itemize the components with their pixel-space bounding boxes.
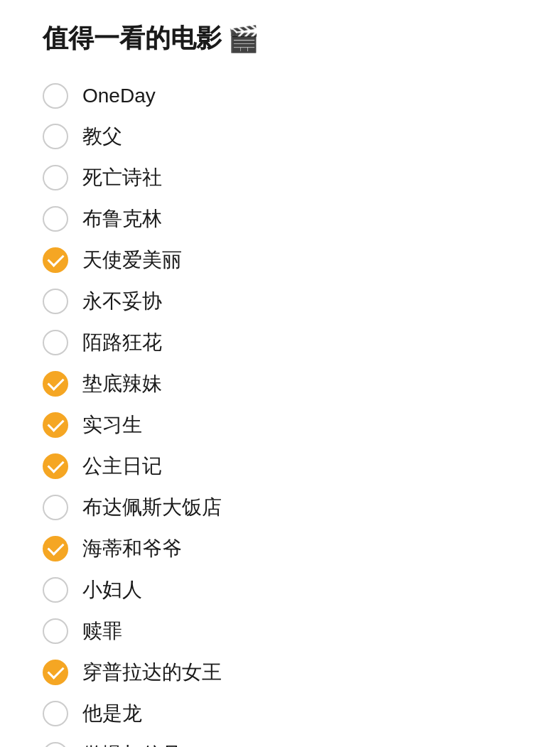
list-item[interactable]: 永不妥协 bbox=[43, 281, 517, 322]
list-item[interactable]: 死亡诗社 bbox=[43, 157, 517, 198]
movie-label: 永不妥协 bbox=[82, 288, 162, 315]
title-emoji: 🎬 bbox=[227, 24, 259, 54]
list-item[interactable]: 穿普拉达的女王 bbox=[43, 652, 517, 693]
checkbox-17[interactable] bbox=[43, 742, 68, 747]
list-item[interactable]: 天使爱美丽 bbox=[43, 240, 517, 281]
list-item[interactable]: 赎罪 bbox=[43, 611, 517, 652]
list-item[interactable]: 布达佩斯大饭店 bbox=[43, 487, 517, 528]
movie-label: 赎罪 bbox=[82, 618, 122, 645]
checkbox-2[interactable] bbox=[43, 124, 68, 149]
movie-label: 小妇人 bbox=[82, 576, 142, 603]
checkbox-11[interactable] bbox=[43, 495, 68, 520]
movie-label: 公主日记 bbox=[82, 453, 162, 480]
checkbox-5[interactable] bbox=[43, 247, 68, 273]
movie-label: OneDay bbox=[82, 85, 156, 107]
checkbox-16[interactable] bbox=[43, 701, 68, 726]
movie-label: 布鲁克林 bbox=[82, 205, 162, 232]
movie-label: 傲慢与偏见 bbox=[82, 741, 182, 747]
list-item[interactable]: 垫底辣妹 bbox=[43, 363, 517, 404]
checkbox-6[interactable] bbox=[43, 289, 68, 314]
movie-list: OneDay教父死亡诗社布鲁克林天使爱美丽永不妥协陌路狂花垫底辣妹实习生公主日记… bbox=[43, 76, 517, 747]
list-item[interactable]: 教父 bbox=[43, 116, 517, 157]
list-item[interactable]: 小妇人 bbox=[43, 569, 517, 611]
movie-label: 天使爱美丽 bbox=[82, 247, 182, 274]
checkbox-1[interactable] bbox=[43, 83, 68, 109]
checkbox-13[interactable] bbox=[43, 577, 68, 603]
checkbox-12[interactable] bbox=[43, 536, 68, 561]
checkbox-4[interactable] bbox=[43, 206, 68, 232]
movie-label: 死亡诗社 bbox=[82, 164, 162, 191]
movie-label: 他是龙 bbox=[82, 700, 142, 727]
movie-label: 海蒂和爷爷 bbox=[82, 535, 182, 562]
list-item[interactable]: 实习生 bbox=[43, 404, 517, 446]
checkbox-8[interactable] bbox=[43, 371, 68, 397]
checkbox-7[interactable] bbox=[43, 330, 68, 355]
page-container: 值得一看的电影 🎬 OneDay教父死亡诗社布鲁克林天使爱美丽永不妥协陌路狂花垫… bbox=[43, 21, 517, 747]
checkbox-9[interactable] bbox=[43, 412, 68, 438]
movie-label: 垫底辣妹 bbox=[82, 370, 162, 397]
list-item[interactable]: OneDay bbox=[43, 76, 517, 116]
checkbox-14[interactable] bbox=[43, 618, 68, 644]
list-item[interactable]: 海蒂和爷爷 bbox=[43, 528, 517, 569]
movie-label: 穿普拉达的女王 bbox=[82, 659, 222, 686]
list-item[interactable]: 布鲁克林 bbox=[43, 198, 517, 240]
checkbox-3[interactable] bbox=[43, 165, 68, 190]
checkbox-10[interactable] bbox=[43, 453, 68, 479]
checkbox-15[interactable] bbox=[43, 660, 68, 685]
page-title: 值得一看的电影 🎬 bbox=[43, 21, 517, 56]
movie-label: 实习生 bbox=[82, 412, 142, 439]
list-item[interactable]: 公主日记 bbox=[43, 446, 517, 487]
title-text: 值得一看的电影 bbox=[43, 21, 222, 56]
movie-label: 布达佩斯大饭店 bbox=[82, 494, 222, 521]
movie-label: 教父 bbox=[82, 123, 122, 150]
list-item[interactable]: 陌路狂花 bbox=[43, 322, 517, 363]
list-item[interactable]: 他是龙 bbox=[43, 693, 517, 734]
list-item[interactable]: 傲慢与偏见 bbox=[43, 734, 517, 747]
movie-label: 陌路狂花 bbox=[82, 329, 162, 356]
